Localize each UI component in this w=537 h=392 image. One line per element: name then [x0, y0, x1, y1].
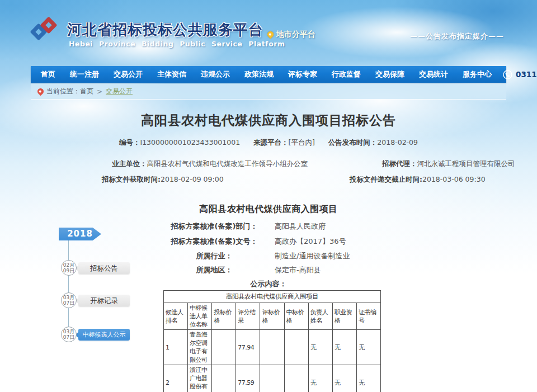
breadcrumb-prefix: 当前位置： [46, 87, 80, 96]
timeline-year-banner: 2018 [59, 228, 101, 240]
timeline-date-circle: 03月 07日 [61, 327, 77, 342]
timeline-date-month: 03月 [63, 295, 74, 300]
nav-phone: 0311-88614089/176/169 [503, 70, 537, 79]
field-label: 招标方案核准(备案)部门： [144, 221, 284, 232]
nav-item-home[interactable]: 首页 [37, 69, 59, 79]
timeline-date-day: 09日 [63, 268, 74, 273]
field-label: 招标方案核准(备案)文号： [144, 237, 284, 247]
field-value: 制造业/通用设备制造业 [275, 251, 350, 261]
announcement-source: 来源平台：[平台内] [253, 138, 315, 147]
breadcrumb-pin-icon [36, 87, 45, 96]
candidates-table: 高阳县农村电代煤供应商入围项目 候选人排名 中标候选人单位名称 投标价格 评分结… [163, 290, 381, 392]
table-cell [260, 365, 284, 392]
owner-value: 高阳县农村气代煤和电代煤改造工作领导小组办公室 [147, 159, 308, 168]
breadcrumb-current-link[interactable]: 交易公开 [106, 87, 133, 96]
announcement-meta: 编号：I1300000001023433001001 来源平台：[平台内] 公告… [0, 138, 537, 148]
field-label: 所属地区： [144, 265, 284, 275]
bid-deadline: 投标文件递交截止时间:2018-03-06 09:30 [350, 175, 486, 185]
nav-item-admin-supervision[interactable]: 行政监督 [328, 69, 364, 79]
doc-obtain-time: 招标文件获取时间:2018-02-09 09:00 [102, 175, 224, 185]
table-row: 1 青岛海尔空调电子有限公司 77.94 无 无 无 [164, 330, 381, 365]
table-cell: 无 [308, 365, 332, 392]
owner-unit: 业主单位：高阳县农村气代煤和电代煤改造工作领导小组办公室 [112, 159, 308, 169]
table-cell [284, 365, 308, 392]
main-nav: 首页 统一注册 交易公开 主体资信 违规公示 政策法规 评标专家 行政监督 交易… [31, 66, 506, 83]
agency-value: 河北永诚工程项目管理有限公司 [417, 159, 515, 168]
table-cell: 无 [332, 365, 356, 392]
col-score-result: 评分结果 [236, 303, 260, 330]
table-cell: 2 [164, 365, 188, 392]
table-caption-row: 高阳县农村电代煤供应商入围项目 [164, 291, 381, 303]
col-eval-price: 评标价格 [260, 303, 284, 330]
timeline-date-month: 03月 [63, 329, 74, 334]
timeline-line [68, 240, 69, 334]
table-cell: 无 [308, 330, 332, 365]
col-win-price: 中标价格 [284, 303, 308, 330]
location-pin-icon [266, 30, 275, 39]
nav-item-trade-guarantee[interactable]: 交易保障 [372, 69, 408, 79]
deadline-value: 2018-03-06 09:30 [422, 175, 486, 183]
timeline-date-day: 07日 [63, 300, 74, 306]
table-cell: 无 [356, 330, 380, 365]
publicity-content-label: 公示内容： [0, 279, 537, 289]
table-header-row: 候选人排名 中标候选人单位名称 投标价格 评分结果 评标价格 中标价格 负责人姓… [164, 303, 381, 330]
timeline-item-bid-opening[interactable]: 开标记录 [78, 295, 130, 306]
table-cell [212, 330, 236, 365]
timeline-date-circle: 02月 09日 [61, 260, 77, 276]
announcement-title: 高阳县农村电代煤供应商入围项目招标公告 [0, 112, 537, 129]
col-candidate-rank: 候选人排名 [164, 303, 188, 330]
announcement-publish-time: 公告发布时间：2018-02-09 [328, 138, 418, 147]
owner-label: 业主单位： [112, 159, 147, 168]
table-cell: 浙江中广电器股份有限公司 [188, 365, 212, 392]
col-qualification: 职业资格 [332, 303, 356, 330]
project-title: 高阳县农村电代煤供应商入围项目 [0, 204, 537, 215]
nav-item-entity-credit[interactable]: 主体资信 [154, 69, 190, 79]
table-row: 2 浙江中广电器股份有限公司 77.59 无 无 无 [164, 365, 381, 392]
timeline-date-circle: 03月 07日 [61, 292, 77, 308]
col-bid-price: 投标价格 [212, 303, 236, 330]
field-label: 所属行业： [144, 251, 284, 261]
page-background: 河北省招标投标公共服务平台 Hebei Province Bidding Pub… [0, 0, 537, 392]
doc-time-value: 2018-02-09 09:00 [161, 175, 224, 183]
number-value: I1300000001023433001001 [140, 138, 240, 147]
phone-icon [503, 70, 512, 79]
table-cell [284, 330, 308, 365]
nav-item-service-center[interactable]: 服务中心 [459, 69, 495, 79]
announcement-number: 编号：I1300000001023433001001 [119, 138, 240, 147]
breadcrumb: 当前位置： 首页 > 交易公开 [31, 84, 506, 100]
city-platform-label: 地市分平台 [276, 30, 315, 39]
nav-item-trade-statistics[interactable]: 交易统计 [416, 69, 451, 79]
field-industry: 所属行业： 制造业/通用设备制造业 [0, 251, 537, 261]
city-platform-link[interactable]: 地市分平台 [267, 30, 315, 40]
table-cell [260, 330, 284, 365]
site-logo[interactable] [32, 19, 64, 49]
col-candidate-name: 中标候选人单位名称 [188, 303, 212, 330]
nav-item-policy-regulations[interactable]: 政策法规 [241, 69, 277, 79]
timeline-item-bid-announcement[interactable]: 招标公告 [78, 262, 130, 274]
number-label: 编号： [119, 138, 140, 147]
nav-item-bid-experts[interactable]: 评标专家 [285, 69, 321, 79]
breadcrumb-home-link[interactable]: 首页 [80, 87, 93, 96]
timeline-item-candidate-publicity[interactable]: 中标候选人公示 [78, 329, 130, 341]
phone-number: 0311-88614089/176/169 [516, 70, 537, 79]
table-cell: 青岛海尔空调电子有限公司 [188, 330, 212, 365]
timeline-date-day: 07日 [63, 334, 74, 340]
publish-label: 公告发布时间： [328, 138, 378, 147]
source-value: [平台内] [289, 138, 315, 147]
site-title: 河北省招标投标公共服务平台 [67, 20, 263, 40]
site-subtitle: Hebei Province Bidding Public Service Pl… [69, 40, 285, 48]
source-label: 来源平台： [253, 138, 289, 147]
field-value: 高政办【2017】36号 [275, 237, 346, 247]
table-caption: 高阳县农村电代煤供应商入围项目 [164, 291, 381, 303]
nav-item-trade-disclosure[interactable]: 交易公开 [110, 69, 146, 79]
table-cell: 1 [164, 330, 188, 365]
header-slogan: ——公告发布指定媒介—— [410, 31, 504, 41]
nav-item-violation-publicity[interactable]: 违规公示 [197, 69, 233, 79]
field-value: 高阳县人民政府 [275, 221, 326, 232]
table-cell: 无 [332, 330, 356, 365]
table-cell: 无 [356, 365, 380, 392]
bidding-agency: 招标代理：河北永诚工程项目管理有限公司 [382, 159, 515, 169]
publish-value: 2018-02-09 [377, 138, 418, 147]
deadline-label: 投标文件递交截止时间: [350, 175, 422, 183]
nav-item-unified-register[interactable]: 统一注册 [67, 69, 102, 79]
